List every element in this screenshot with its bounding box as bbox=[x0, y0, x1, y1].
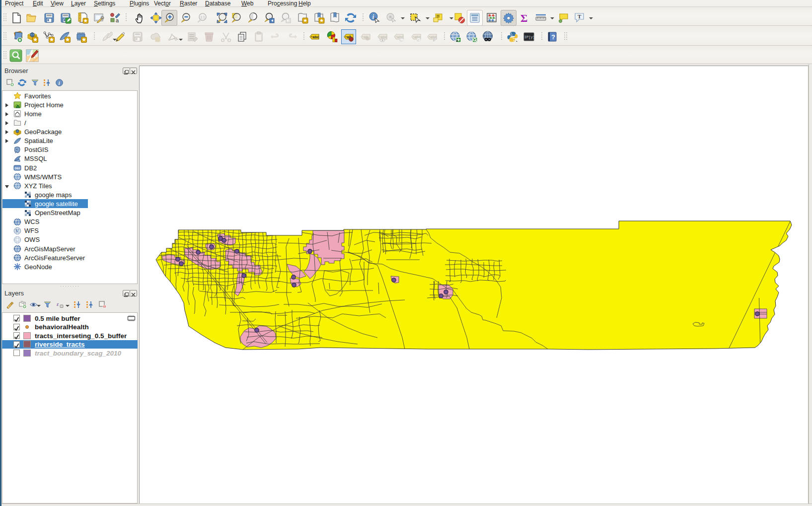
svg-text:1:1: 1:1 bbox=[201, 15, 205, 19]
svg-text:Σ: Σ bbox=[520, 12, 527, 24]
svg-text:T: T bbox=[578, 13, 582, 19]
svg-text:i: i bbox=[59, 80, 60, 86]
svg-text:IP[y]:: IP[y]: bbox=[524, 35, 535, 39]
svg-text:a: a bbox=[116, 17, 119, 23]
svg-text:abc: abc bbox=[313, 35, 319, 39]
svg-text:ε: ε bbox=[57, 301, 59, 307]
svg-text:V: V bbox=[16, 229, 19, 233]
svg-text:?: ? bbox=[551, 33, 555, 41]
svg-text:DB2: DB2 bbox=[14, 167, 20, 170]
